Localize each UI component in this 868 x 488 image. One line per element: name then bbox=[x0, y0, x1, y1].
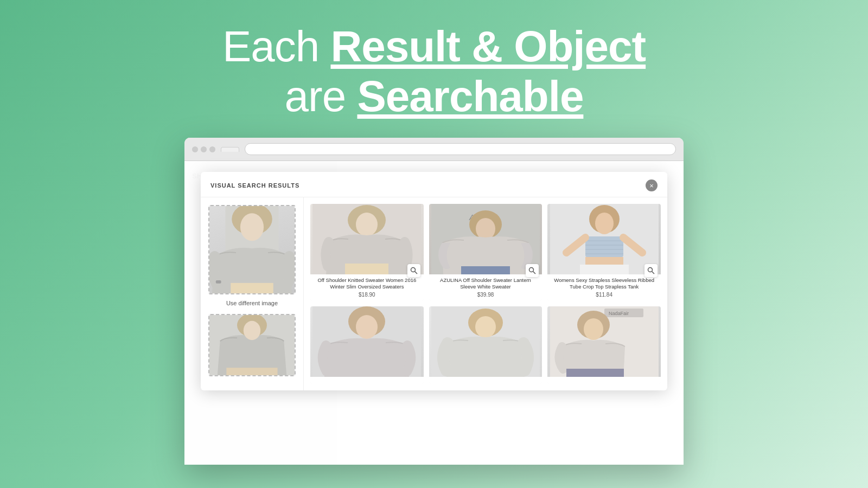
search-icon-overlay-2[interactable] bbox=[526, 264, 539, 277]
browser-url-bar[interactable] bbox=[245, 143, 676, 155]
product-price-1: $18.90 bbox=[314, 292, 420, 298]
product-info-6 bbox=[547, 377, 661, 384]
left-panel: Use different image bbox=[201, 197, 304, 390]
browser-dots bbox=[192, 146, 215, 152]
svg-rect-47 bbox=[566, 369, 624, 377]
search-icon-overlay-3[interactable] bbox=[644, 264, 658, 277]
product-info-4 bbox=[310, 377, 424, 384]
svg-text:NadaFair: NadaFair bbox=[609, 311, 629, 316]
headline-prefix2: are bbox=[285, 72, 358, 120]
browser-chrome bbox=[184, 138, 684, 161]
modal-close-button[interactable]: × bbox=[646, 179, 658, 191]
browser-content: SHOPIX VISUAL VISUAL SEARCH RESULTS × bbox=[184, 161, 684, 465]
svg-point-38 bbox=[356, 315, 378, 339]
product-image-1 bbox=[310, 204, 424, 274]
svg-rect-12 bbox=[345, 264, 388, 274]
svg-point-46 bbox=[584, 318, 603, 340]
svg-line-21 bbox=[533, 271, 536, 274]
svg-point-34 bbox=[648, 267, 653, 272]
product-info-2: AZULINA Off Shoulder Sweater Lantern Sle… bbox=[429, 274, 542, 301]
product-image-2: Azulina bbox=[429, 204, 542, 274]
product-price-3: $11.84 bbox=[551, 292, 658, 298]
svg-rect-4 bbox=[231, 283, 273, 293]
svg-point-20 bbox=[529, 267, 534, 272]
product-info-1: Off Shoulder Knitted Sweater Women 2016 … bbox=[310, 274, 424, 301]
modal-title: VISUAL SEARCH RESULTS bbox=[210, 182, 299, 189]
product-svg-4 bbox=[312, 306, 421, 377]
query-image bbox=[209, 206, 295, 293]
headline-prefix1: Each bbox=[222, 22, 331, 70]
svg-rect-30 bbox=[585, 257, 623, 265]
product-svg-1 bbox=[312, 204, 421, 274]
svg-point-24 bbox=[595, 213, 614, 234]
product-svg-5 bbox=[431, 306, 540, 377]
product-card-6[interactable]: NadaFair bbox=[547, 306, 661, 384]
svg-rect-19 bbox=[461, 266, 510, 274]
second-query-image-box[interactable] bbox=[208, 314, 296, 376]
modal-box: VISUAL SEARCH RESULTS × bbox=[201, 172, 667, 390]
product-info-3: Womens Sexy Strapless Sleeveless Ribbed … bbox=[547, 274, 661, 301]
browser-tab[interactable] bbox=[221, 147, 239, 152]
use-different-image-button[interactable]: Use different image bbox=[208, 300, 296, 306]
product-card-3[interactable]: Womens Sexy Strapless Sleeveless Ribbed … bbox=[547, 204, 661, 301]
browser-dot-green bbox=[209, 146, 215, 152]
browser-dot-yellow bbox=[201, 146, 207, 152]
product-info-5 bbox=[429, 377, 542, 384]
search-icon-1 bbox=[410, 267, 418, 274]
product-card-1[interactable]: Off Shoulder Knitted Sweater Women 2016 … bbox=[310, 204, 424, 301]
product-svg-3 bbox=[550, 204, 659, 274]
product-title-2: AZULINA Off Shoulder Sweater Lantern Sle… bbox=[432, 277, 539, 291]
headline-bold1: Result & Object bbox=[330, 22, 646, 70]
modal-header: VISUAL SEARCH RESULTS × bbox=[201, 172, 667, 197]
svg-rect-31 bbox=[580, 265, 629, 274]
product-svg-6: NadaFair bbox=[550, 306, 659, 377]
search-icon-overlay-1[interactable] bbox=[407, 264, 420, 277]
product-title-3: Womens Sexy Strapless Sleeveless Ribbed … bbox=[551, 277, 658, 291]
product-title-1: Off Shoulder Knitted Sweater Women 2016 … bbox=[314, 277, 420, 291]
product-card-5[interactable] bbox=[429, 306, 542, 384]
svg-point-13 bbox=[411, 267, 415, 272]
product-card-4[interactable] bbox=[310, 306, 424, 384]
svg-rect-3 bbox=[216, 280, 221, 284]
product-image-6: NadaFair bbox=[547, 306, 661, 377]
browser-dot-red bbox=[192, 146, 198, 152]
product-image-5 bbox=[429, 306, 542, 377]
headline-section: Each Result & Object are Searchable bbox=[222, 22, 646, 121]
search-results-modal: VISUAL SEARCH RESULTS × bbox=[184, 161, 684, 465]
browser-window: SHOPIX VISUAL VISUAL SEARCH RESULTS × bbox=[184, 138, 684, 465]
products-grid: Off Shoulder Knitted Sweater Women 2016 … bbox=[304, 197, 667, 390]
product-svg-2: Azulina bbox=[431, 204, 540, 274]
headline-line2: are Searchable bbox=[222, 72, 646, 121]
modal-body: Use different image bbox=[201, 197, 667, 390]
product-image-4 bbox=[310, 306, 424, 377]
svg-point-41 bbox=[475, 316, 496, 338]
query-image-box[interactable] bbox=[208, 205, 296, 294]
headline-line1: Each Result & Object bbox=[222, 22, 646, 72]
headline-bold2: Searchable bbox=[357, 72, 583, 120]
svg-rect-8 bbox=[226, 368, 277, 375]
second-query-svg bbox=[209, 315, 295, 375]
search-icon-2 bbox=[528, 267, 536, 274]
second-query-image bbox=[209, 315, 295, 375]
product-card-2[interactable]: Azulina bbox=[429, 204, 542, 301]
product-price-2: $39.98 bbox=[432, 292, 539, 298]
svg-line-35 bbox=[652, 271, 655, 274]
product-image-3 bbox=[547, 204, 661, 274]
svg-point-18 bbox=[476, 218, 495, 240]
svg-line-14 bbox=[414, 271, 417, 274]
svg-point-11 bbox=[356, 213, 378, 236]
svg-point-2 bbox=[240, 213, 264, 241]
svg-point-7 bbox=[244, 321, 260, 340]
query-image-svg bbox=[209, 206, 295, 293]
search-icon-3 bbox=[647, 267, 655, 274]
